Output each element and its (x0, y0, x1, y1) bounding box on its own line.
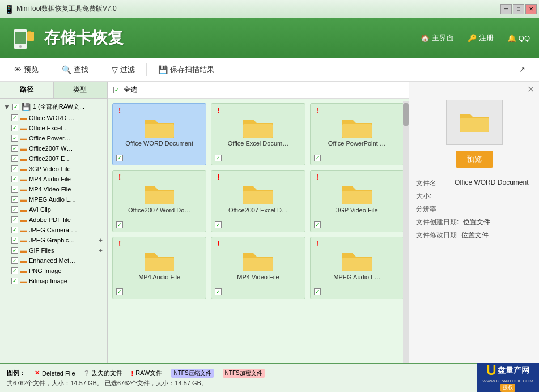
file-cell[interactable]: ! 3GP Video File (310, 170, 404, 232)
toolbar: 👁 预览 🔍 查找 ▽ 过滤 💾 保存扫描结果 ↗ (0, 58, 539, 82)
list-item[interactable]: ▬ Office2007 W… (0, 143, 107, 154)
list-item[interactable]: ▬ MP4 Audio File (0, 174, 107, 184)
item-checkbox[interactable] (11, 267, 18, 274)
export-button[interactable]: ↗ (512, 62, 532, 77)
item-checkbox[interactable] (11, 257, 18, 264)
file-cell[interactable]: ! MP4 Video File (211, 237, 305, 299)
item-checkbox[interactable] (11, 145, 18, 152)
svg-point-2 (19, 45, 22, 48)
register-action[interactable]: 🔑 注册 (468, 33, 494, 43)
item-label: Adobe PDF file (29, 216, 71, 223)
scrollbar-thumb[interactable] (403, 103, 409, 126)
watermark-url: WWW.URANTOOL.COM (482, 378, 533, 384)
item-label: Bitmap Image (29, 278, 67, 284)
item-label: MPEG Audio L… (29, 196, 76, 203)
search-button[interactable]: 🔍 查找 (55, 61, 95, 78)
watermark-tag: 授权 (500, 384, 515, 392)
item-checkbox[interactable] (11, 135, 18, 142)
item-checkbox[interactable] (11, 165, 18, 172)
list-item[interactable]: ▬ Office2007 E… (0, 154, 107, 164)
list-item[interactable]: ▬ MPEG Audio L… (0, 194, 107, 204)
header: 存储卡恢复 🏠 主界面 🔑 注册 🔔 QQ (0, 18, 539, 58)
item-checkbox[interactable] (11, 216, 18, 223)
legend-row: 图例： ✕ Deleted File ? 丢失的文件 ! RAW文件 NTFS压… (7, 369, 532, 378)
list-item[interactable]: ▬ AVI Clip (0, 204, 107, 215)
list-item[interactable]: ▬ Enhanced Met… (0, 255, 107, 266)
item-checkbox[interactable] (11, 278, 18, 284)
close-right-panel-button[interactable]: ✕ (527, 84, 534, 95)
cell-checkbox[interactable] (215, 154, 222, 161)
scrollbar-track[interactable] (403, 101, 409, 363)
svg-rect-22 (342, 258, 372, 271)
u-logo: U (486, 363, 496, 378)
cell-checkbox[interactable] (116, 287, 123, 295)
filter-button[interactable]: ▽ 过滤 (105, 61, 142, 78)
created-label: 文件创建日期: (416, 218, 459, 227)
filename-row: 文件名 Office WORD Document (416, 177, 532, 190)
minimize-button[interactable]: ─ (500, 4, 512, 14)
cell-checkbox[interactable] (314, 220, 321, 228)
home-action[interactable]: 🏠 主界面 (421, 33, 454, 43)
select-all-checkbox[interactable] (113, 87, 120, 93)
key-icon: 🔑 (468, 34, 477, 42)
file-type-icon: ▬ (20, 135, 27, 142)
item-checkbox[interactable] (11, 237, 18, 244)
deleted-icon: ✕ (35, 369, 40, 377)
item-checkbox[interactable] (11, 155, 18, 162)
app-title: 存储卡恢复 (44, 27, 124, 49)
item-checkbox[interactable] (11, 247, 18, 254)
file-cell[interactable]: ! Office Excel Docum… (211, 103, 305, 165)
close-button[interactable]: ✕ (525, 4, 537, 14)
save-scan-button[interactable]: 💾 保存扫描结果 (151, 61, 221, 78)
list-item[interactable]: ▬ JPEG Graphic… + (0, 235, 107, 245)
cell-checkbox[interactable] (215, 220, 222, 228)
preview-action-button[interactable]: 预览 (456, 151, 493, 168)
root-checkbox[interactable] (12, 104, 19, 110)
file-cell[interactable]: ! MPEG Audio L… (310, 237, 404, 299)
file-cell[interactable]: ! Office WORD Document (112, 103, 206, 165)
list-item[interactable]: ▬ PNG Image (0, 266, 107, 276)
list-item[interactable]: ▬ Office Excel… (0, 123, 107, 133)
file-type-icon: ▬ (20, 125, 27, 131)
list-item[interactable]: ▬ GIF Files + (0, 245, 107, 255)
separator3 (146, 63, 147, 76)
list-item[interactable]: ▬ Office WORD … (0, 113, 107, 123)
item-checkbox[interactable] (11, 176, 18, 182)
raw-indicator: ! (217, 173, 219, 181)
item-label: 3GP Video File (29, 165, 71, 172)
list-item[interactable]: ▬ Adobe PDF file (0, 215, 107, 225)
maximize-button[interactable]: □ (513, 4, 524, 14)
list-item[interactable]: ▬ MP4 Video File (0, 184, 107, 194)
cell-checkbox[interactable] (116, 220, 123, 228)
item-label: MP4 Video File (29, 186, 71, 193)
tab-type[interactable]: 类型 (54, 82, 108, 98)
file-cell[interactable]: ! Office PowerPoint … (310, 103, 404, 165)
file-type-icon: ▬ (20, 278, 27, 284)
preview-button[interactable]: 👁 预览 (7, 61, 45, 78)
item-label: Office WORD … (29, 114, 74, 121)
list-item[interactable]: ▬ JPEG Camera … (0, 225, 107, 235)
cell-checkbox[interactable] (215, 287, 222, 295)
cell-checkbox[interactable] (314, 154, 321, 161)
file-cell[interactable]: ! Office2007 Excel D… (211, 170, 305, 232)
deleted-label: Deleted File (42, 370, 75, 377)
item-checkbox[interactable] (11, 196, 18, 203)
file-cell[interactable]: ! MP4 Audio File (112, 237, 206, 299)
item-checkbox[interactable] (11, 186, 18, 193)
tree-area[interactable]: ▼ 💾 1 (全部的RAW文... ▬ Office WORD … ▬ Offi… (0, 99, 107, 363)
item-checkbox[interactable] (11, 227, 18, 233)
tab-path[interactable]: 路径 (0, 82, 54, 98)
list-item[interactable]: ▬ Office Power… (0, 133, 107, 143)
raw-label: RAW文件 (135, 369, 162, 377)
item-checkbox[interactable] (11, 125, 18, 131)
qq-action[interactable]: 🔔 QQ (507, 33, 530, 43)
cell-checkbox[interactable] (116, 154, 123, 161)
cell-checkbox[interactable] (314, 287, 321, 295)
list-item[interactable]: ▬ Bitmap Image (0, 276, 107, 286)
item-checkbox[interactable] (11, 206, 18, 213)
tree-root[interactable]: ▼ 💾 1 (全部的RAW文... (0, 101, 107, 113)
resolution-row: 分辨率 (416, 203, 532, 216)
item-checkbox[interactable] (11, 114, 18, 121)
file-cell[interactable]: ! Office2007 Word Do… (112, 170, 206, 232)
list-item[interactable]: ▬ 3GP Video File (0, 164, 107, 174)
